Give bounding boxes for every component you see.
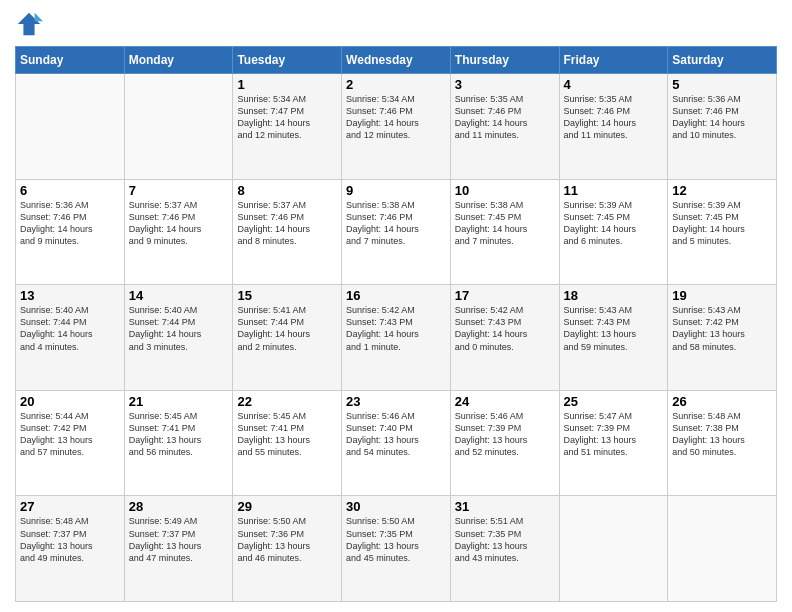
day-info: Sunrise: 5:38 AM Sunset: 7:45 PM Dayligh…	[455, 199, 555, 248]
day-number: 18	[564, 288, 664, 303]
day-info: Sunrise: 5:43 AM Sunset: 7:43 PM Dayligh…	[564, 304, 664, 353]
calendar-cell: 19Sunrise: 5:43 AM Sunset: 7:42 PM Dayli…	[668, 285, 777, 391]
day-info: Sunrise: 5:37 AM Sunset: 7:46 PM Dayligh…	[129, 199, 229, 248]
svg-marker-1	[35, 13, 43, 21]
day-info: Sunrise: 5:45 AM Sunset: 7:41 PM Dayligh…	[129, 410, 229, 459]
calendar-cell: 8Sunrise: 5:37 AM Sunset: 7:46 PM Daylig…	[233, 179, 342, 285]
day-info: Sunrise: 5:47 AM Sunset: 7:39 PM Dayligh…	[564, 410, 664, 459]
week-row-2: 6Sunrise: 5:36 AM Sunset: 7:46 PM Daylig…	[16, 179, 777, 285]
calendar-cell: 1Sunrise: 5:34 AM Sunset: 7:47 PM Daylig…	[233, 74, 342, 180]
day-info: Sunrise: 5:42 AM Sunset: 7:43 PM Dayligh…	[455, 304, 555, 353]
calendar-cell: 26Sunrise: 5:48 AM Sunset: 7:38 PM Dayli…	[668, 390, 777, 496]
calendar-cell: 31Sunrise: 5:51 AM Sunset: 7:35 PM Dayli…	[450, 496, 559, 602]
day-number: 1	[237, 77, 337, 92]
calendar-cell: 12Sunrise: 5:39 AM Sunset: 7:45 PM Dayli…	[668, 179, 777, 285]
weekday-header-tuesday: Tuesday	[233, 47, 342, 74]
day-number: 17	[455, 288, 555, 303]
day-info: Sunrise: 5:46 AM Sunset: 7:39 PM Dayligh…	[455, 410, 555, 459]
day-info: Sunrise: 5:40 AM Sunset: 7:44 PM Dayligh…	[129, 304, 229, 353]
weekday-header-sunday: Sunday	[16, 47, 125, 74]
calendar-cell: 3Sunrise: 5:35 AM Sunset: 7:46 PM Daylig…	[450, 74, 559, 180]
day-number: 27	[20, 499, 120, 514]
day-number: 4	[564, 77, 664, 92]
day-number: 30	[346, 499, 446, 514]
week-row-4: 20Sunrise: 5:44 AM Sunset: 7:42 PM Dayli…	[16, 390, 777, 496]
calendar-cell: 18Sunrise: 5:43 AM Sunset: 7:43 PM Dayli…	[559, 285, 668, 391]
calendar-cell: 25Sunrise: 5:47 AM Sunset: 7:39 PM Dayli…	[559, 390, 668, 496]
weekday-header-friday: Friday	[559, 47, 668, 74]
calendar-cell: 11Sunrise: 5:39 AM Sunset: 7:45 PM Dayli…	[559, 179, 668, 285]
day-info: Sunrise: 5:34 AM Sunset: 7:47 PM Dayligh…	[237, 93, 337, 142]
day-number: 14	[129, 288, 229, 303]
day-number: 12	[672, 183, 772, 198]
day-number: 11	[564, 183, 664, 198]
day-number: 25	[564, 394, 664, 409]
day-number: 15	[237, 288, 337, 303]
week-row-1: 1Sunrise: 5:34 AM Sunset: 7:47 PM Daylig…	[16, 74, 777, 180]
day-number: 26	[672, 394, 772, 409]
weekday-header-thursday: Thursday	[450, 47, 559, 74]
day-number: 29	[237, 499, 337, 514]
week-row-3: 13Sunrise: 5:40 AM Sunset: 7:44 PM Dayli…	[16, 285, 777, 391]
calendar-cell	[559, 496, 668, 602]
calendar-cell: 28Sunrise: 5:49 AM Sunset: 7:37 PM Dayli…	[124, 496, 233, 602]
day-info: Sunrise: 5:36 AM Sunset: 7:46 PM Dayligh…	[20, 199, 120, 248]
calendar-cell: 24Sunrise: 5:46 AM Sunset: 7:39 PM Dayli…	[450, 390, 559, 496]
day-number: 24	[455, 394, 555, 409]
day-number: 19	[672, 288, 772, 303]
calendar-cell: 17Sunrise: 5:42 AM Sunset: 7:43 PM Dayli…	[450, 285, 559, 391]
day-info: Sunrise: 5:40 AM Sunset: 7:44 PM Dayligh…	[20, 304, 120, 353]
day-info: Sunrise: 5:44 AM Sunset: 7:42 PM Dayligh…	[20, 410, 120, 459]
day-info: Sunrise: 5:50 AM Sunset: 7:36 PM Dayligh…	[237, 515, 337, 564]
header	[15, 10, 777, 38]
day-info: Sunrise: 5:42 AM Sunset: 7:43 PM Dayligh…	[346, 304, 446, 353]
day-number: 8	[237, 183, 337, 198]
page: SundayMondayTuesdayWednesdayThursdayFrid…	[0, 0, 792, 612]
day-number: 21	[129, 394, 229, 409]
day-number: 13	[20, 288, 120, 303]
weekday-header-monday: Monday	[124, 47, 233, 74]
day-info: Sunrise: 5:46 AM Sunset: 7:40 PM Dayligh…	[346, 410, 446, 459]
calendar-cell: 15Sunrise: 5:41 AM Sunset: 7:44 PM Dayli…	[233, 285, 342, 391]
day-info: Sunrise: 5:48 AM Sunset: 7:37 PM Dayligh…	[20, 515, 120, 564]
weekday-header-saturday: Saturday	[668, 47, 777, 74]
calendar-cell: 21Sunrise: 5:45 AM Sunset: 7:41 PM Dayli…	[124, 390, 233, 496]
day-info: Sunrise: 5:49 AM Sunset: 7:37 PM Dayligh…	[129, 515, 229, 564]
weekday-header-wednesday: Wednesday	[342, 47, 451, 74]
day-info: Sunrise: 5:35 AM Sunset: 7:46 PM Dayligh…	[455, 93, 555, 142]
day-info: Sunrise: 5:43 AM Sunset: 7:42 PM Dayligh…	[672, 304, 772, 353]
calendar-cell	[124, 74, 233, 180]
day-number: 2	[346, 77, 446, 92]
week-row-5: 27Sunrise: 5:48 AM Sunset: 7:37 PM Dayli…	[16, 496, 777, 602]
logo-icon	[15, 10, 43, 38]
day-info: Sunrise: 5:45 AM Sunset: 7:41 PM Dayligh…	[237, 410, 337, 459]
day-number: 31	[455, 499, 555, 514]
calendar-cell	[668, 496, 777, 602]
calendar-cell: 30Sunrise: 5:50 AM Sunset: 7:35 PM Dayli…	[342, 496, 451, 602]
day-number: 5	[672, 77, 772, 92]
calendar-cell	[16, 74, 125, 180]
calendar-cell: 7Sunrise: 5:37 AM Sunset: 7:46 PM Daylig…	[124, 179, 233, 285]
day-info: Sunrise: 5:35 AM Sunset: 7:46 PM Dayligh…	[564, 93, 664, 142]
day-info: Sunrise: 5:36 AM Sunset: 7:46 PM Dayligh…	[672, 93, 772, 142]
day-info: Sunrise: 5:39 AM Sunset: 7:45 PM Dayligh…	[672, 199, 772, 248]
day-number: 22	[237, 394, 337, 409]
calendar-cell: 13Sunrise: 5:40 AM Sunset: 7:44 PM Dayli…	[16, 285, 125, 391]
calendar-cell: 6Sunrise: 5:36 AM Sunset: 7:46 PM Daylig…	[16, 179, 125, 285]
day-info: Sunrise: 5:39 AM Sunset: 7:45 PM Dayligh…	[564, 199, 664, 248]
weekday-header-row: SundayMondayTuesdayWednesdayThursdayFrid…	[16, 47, 777, 74]
day-number: 6	[20, 183, 120, 198]
day-number: 20	[20, 394, 120, 409]
day-info: Sunrise: 5:50 AM Sunset: 7:35 PM Dayligh…	[346, 515, 446, 564]
day-info: Sunrise: 5:51 AM Sunset: 7:35 PM Dayligh…	[455, 515, 555, 564]
day-number: 7	[129, 183, 229, 198]
logo	[15, 10, 47, 38]
calendar-cell: 2Sunrise: 5:34 AM Sunset: 7:46 PM Daylig…	[342, 74, 451, 180]
day-number: 16	[346, 288, 446, 303]
day-number: 10	[455, 183, 555, 198]
day-number: 28	[129, 499, 229, 514]
calendar-cell: 22Sunrise: 5:45 AM Sunset: 7:41 PM Dayli…	[233, 390, 342, 496]
calendar-cell: 23Sunrise: 5:46 AM Sunset: 7:40 PM Dayli…	[342, 390, 451, 496]
calendar-cell: 4Sunrise: 5:35 AM Sunset: 7:46 PM Daylig…	[559, 74, 668, 180]
day-number: 23	[346, 394, 446, 409]
